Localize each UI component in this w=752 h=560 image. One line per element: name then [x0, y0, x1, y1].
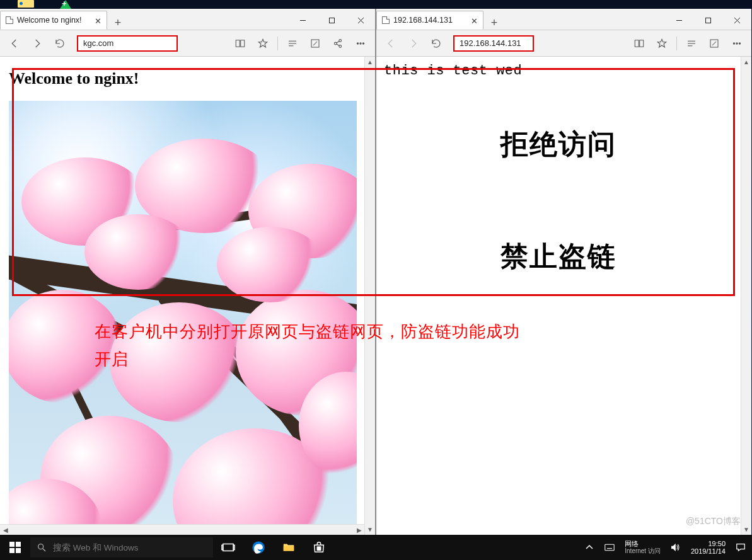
back-button[interactable] — [4, 33, 25, 54]
favorite-button[interactable] — [252, 33, 274, 54]
tab-bar: Welcome to nginx! ✕ + — [0, 9, 375, 30]
annotation-text: 在客户机中分别打开原网页与盗链网页，防盗链功能成功 开启 — [95, 318, 706, 374]
svg-rect-34 — [222, 545, 223, 549]
svg-point-9 — [339, 39, 342, 42]
desktop-top-strip: + — [0, 0, 752, 9]
tab-active[interactable]: Welcome to nginx! ✕ — [0, 11, 107, 30]
svg-point-10 — [339, 45, 342, 47]
more-button[interactable] — [726, 33, 748, 54]
svg-line-12 — [337, 43, 340, 45]
task-view-button[interactable] — [213, 535, 243, 560]
start-icon — [9, 542, 21, 553]
webnote-button[interactable] — [703, 33, 725, 54]
maximize-button[interactable] — [693, 11, 722, 30]
clock-date: 2019/11/14 — [691, 547, 726, 555]
address-bar[interactable]: 192.168.144.131 — [453, 35, 534, 52]
scroll-down-icon[interactable]: ▼ — [741, 524, 752, 535]
scroll-down-icon[interactable]: ▼ — [365, 524, 376, 535]
svg-point-15 — [362, 42, 364, 43]
reading-view-button[interactable] — [628, 33, 650, 54]
close-window-button[interactable] — [722, 11, 751, 30]
forward-button[interactable] — [26, 33, 48, 54]
tab-close-button[interactable]: ✕ — [469, 16, 479, 26]
url-text: kgc.com — [83, 38, 113, 48]
svg-point-8 — [334, 42, 337, 45]
volume-icon — [671, 542, 681, 552]
svg-point-26 — [739, 42, 740, 43]
action-center-button[interactable] — [732, 535, 749, 560]
new-tab-button[interactable]: + — [107, 16, 129, 30]
svg-rect-27 — [9, 542, 14, 547]
page-icon — [382, 16, 390, 24]
file-explorer-icon — [282, 540, 296, 554]
store-button[interactable] — [304, 535, 334, 560]
highlight-box — [12, 68, 735, 296]
horizontal-scrollbar[interactable]: ◀ ▶ — [0, 524, 364, 535]
refresh-button[interactable] — [425, 33, 447, 54]
svg-rect-17 — [705, 18, 710, 23]
tab-active[interactable]: 192.168.144.131 ✕ — [376, 11, 483, 30]
share-button[interactable] — [327, 33, 349, 54]
refresh-button[interactable] — [49, 33, 71, 54]
scroll-up-icon[interactable]: ▲ — [365, 57, 376, 67]
taskbar-search[interactable] — [30, 537, 213, 557]
tab-close-button[interactable]: ✕ — [93, 16, 103, 26]
svg-line-11 — [337, 41, 340, 43]
address-bar[interactable]: kgc.com — [77, 35, 178, 52]
svg-point-31 — [38, 544, 43, 549]
close-window-button[interactable] — [346, 11, 375, 30]
scroll-left-icon[interactable]: ◀ — [0, 525, 11, 535]
separator — [277, 37, 278, 50]
scroll-right-icon[interactable]: ▶ — [354, 525, 364, 535]
new-tab-button[interactable]: + — [483, 16, 505, 30]
clock[interactable]: 19:50 2019/11/14 — [687, 535, 729, 560]
tab-title: Welcome to nginx! — [17, 16, 82, 25]
reading-view-button[interactable] — [229, 33, 251, 54]
more-button[interactable] — [350, 33, 371, 54]
tab-title: 192.168.144.131 — [393, 16, 453, 25]
task-view-icon — [221, 540, 235, 554]
ime-keyboard-icon — [604, 542, 615, 552]
toolbar: 192.168.144.131 — [376, 30, 751, 57]
minimize-button[interactable] — [664, 11, 693, 30]
search-input[interactable] — [53, 543, 207, 552]
webnote-button[interactable] — [304, 33, 326, 54]
url-text: 192.168.144.131 — [460, 38, 521, 48]
scroll-up-icon[interactable]: ▲ — [741, 57, 752, 67]
hub-button[interactable] — [282, 33, 303, 54]
svg-point-25 — [736, 42, 738, 43]
ime-button[interactable] — [601, 535, 618, 560]
maximize-button[interactable] — [317, 11, 346, 30]
minimize-button[interactable] — [288, 11, 317, 30]
plus-label: + — [62, 0, 67, 8]
tab-bar: 192.168.144.131 ✕ + — [376, 9, 751, 30]
taskbar: 网络 Internet 访问 19:50 2019/11/14 — [0, 535, 752, 560]
vertical-scrollbar[interactable]: ▲ ▼ — [741, 57, 751, 535]
edge-icon — [252, 540, 265, 554]
window-controls — [664, 11, 751, 30]
hub-button[interactable] — [681, 33, 702, 54]
svg-point-24 — [733, 42, 734, 43]
svg-rect-28 — [16, 542, 21, 547]
svg-rect-38 — [317, 547, 318, 548]
toolbar: kgc.com — [0, 30, 375, 57]
tray-up-button[interactable] — [581, 535, 598, 560]
network-sub: Internet 访问 — [625, 548, 661, 555]
forward-button[interactable] — [403, 33, 424, 54]
svg-rect-29 — [9, 548, 14, 553]
volume-button[interactable] — [667, 535, 685, 560]
svg-rect-1 — [329, 18, 334, 23]
back-button[interactable] — [380, 33, 402, 54]
separator — [676, 37, 677, 50]
folder-icon — [18, 0, 34, 8]
file-explorer-button[interactable] — [274, 535, 304, 560]
tray-up-icon — [584, 542, 594, 552]
annotation-line2: 开启 — [95, 350, 129, 369]
favorite-button[interactable] — [651, 33, 673, 54]
start-button[interactable] — [0, 535, 30, 560]
network-status[interactable]: 网络 Internet 访问 — [621, 535, 664, 560]
system-tray: 网络 Internet 访问 19:50 2019/11/14 — [581, 535, 752, 560]
page-icon — [6, 16, 13, 24]
edge-taskbar-button[interactable] — [243, 535, 274, 560]
svg-rect-39 — [319, 547, 320, 548]
